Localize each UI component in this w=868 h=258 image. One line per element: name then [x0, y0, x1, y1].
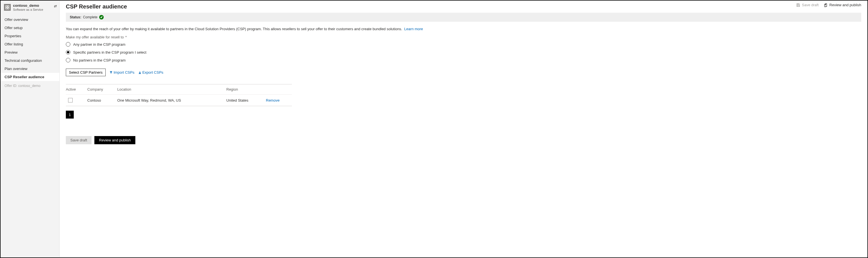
review-publish-top[interactable]: Review and publish [824, 3, 861, 7]
nav-item-offer-listing[interactable]: Offer listing [1, 40, 59, 48]
table-row: Contoso One Microsoft Way, Redmond, WA, … [66, 94, 292, 106]
resell-field-label: Make my offer available for resell to * [66, 35, 861, 39]
nav-item-properties[interactable]: Properties [1, 32, 59, 40]
save-draft-top[interactable]: Save draft [796, 3, 818, 7]
resell-radio-group: Any partner in the CSP programSpecific p… [66, 42, 861, 62]
radio-label: Any partner in the CSP program [73, 42, 125, 46]
col-region: Region [226, 87, 266, 92]
upload-icon [110, 71, 113, 74]
radio-option-1[interactable]: Specific partners in the CSP program I s… [66, 50, 861, 55]
remove-link[interactable]: Remove [266, 98, 292, 102]
page-1[interactable]: 1 [66, 111, 74, 119]
status-check-icon [99, 15, 104, 20]
description: You can expand the reach of your offer b… [66, 27, 861, 31]
sidebar-nav: Offer overviewOffer setupPropertiesOffer… [1, 15, 59, 81]
select-csp-partners-button[interactable]: Select CSP Partners [66, 69, 106, 76]
nav-item-offer-overview[interactable]: Offer overview [1, 15, 59, 24]
import-csps-link[interactable]: Import CSPs [110, 70, 134, 74]
radio-label: No partners in the CSP program [73, 58, 125, 62]
col-company: Company [87, 87, 117, 92]
nav-item-offer-setup[interactable]: Offer setup [1, 24, 59, 32]
csp-table: Active Company Location Region Contoso O… [66, 84, 292, 106]
active-checkbox[interactable] [68, 98, 73, 102]
offer-type: Software as a Service [13, 8, 43, 11]
nav-item-preview[interactable]: Preview [1, 48, 59, 57]
status-bar: Status: Complete [66, 13, 861, 22]
publish-icon [824, 3, 828, 7]
nav-item-csp-reseller-audience[interactable]: CSP Reseller audience [1, 73, 59, 81]
csp-action-row: Select CSP Partners Import CSPs Export C… [66, 69, 861, 76]
cell-region: United States [226, 98, 266, 102]
download-icon [138, 71, 141, 74]
radio-icon [66, 42, 70, 46]
main-content: Save draft Review and publish CSP Resell… [60, 1, 867, 257]
pagination: 1 [66, 111, 861, 119]
offer-id: Offer ID: contoso_demo [1, 81, 59, 91]
cell-company: Contoso [87, 98, 117, 102]
learn-more-link[interactable]: Learn more [404, 27, 423, 31]
app-grid-icon [4, 4, 11, 11]
cell-location: One Microsoft Way, Redmond, WA, US [117, 98, 226, 102]
radio-option-0[interactable]: Any partner in the CSP program [66, 42, 861, 46]
nav-item-technical-configuration[interactable]: Technical configuration [1, 57, 59, 65]
bottom-action-bar: Save draft Review and publish [66, 136, 861, 144]
save-draft-button[interactable]: Save draft [66, 136, 92, 144]
swap-icon[interactable] [54, 4, 57, 9]
radio-option-2[interactable]: No partners in the CSP program [66, 58, 861, 62]
sidebar: contoso_demo Software as a Service Offer… [1, 1, 60, 257]
col-active: Active [66, 87, 87, 92]
radio-icon [66, 58, 70, 62]
save-icon [796, 3, 800, 7]
review-publish-button[interactable]: Review and publish [94, 136, 135, 144]
offer-name: contoso_demo [13, 3, 43, 8]
status-label: Status: [70, 15, 82, 19]
status-value: Complete [83, 15, 97, 19]
radio-icon [66, 50, 70, 55]
export-csps-link[interactable]: Export CSPs [138, 70, 163, 74]
page-title: CSP Reseller audience [66, 3, 861, 10]
radio-label: Specific partners in the CSP program I s… [73, 50, 146, 55]
table-header: Active Company Location Region [66, 85, 292, 94]
col-location: Location [117, 87, 226, 92]
nav-item-plan-overview[interactable]: Plan overview [1, 65, 59, 73]
sidebar-header: contoso_demo Software as a Service [1, 1, 59, 15]
top-actions: Save draft Review and publish [796, 3, 861, 7]
